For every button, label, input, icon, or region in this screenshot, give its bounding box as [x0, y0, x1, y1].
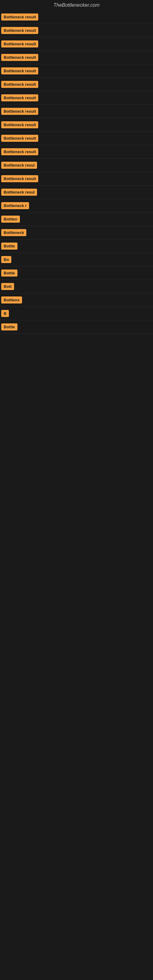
list-item[interactable]: Bottlens	[0, 293, 153, 307]
list-item[interactable]: Bottleneck result	[0, 37, 153, 51]
list-item[interactable]: Bottleneck result	[0, 64, 153, 78]
bottleneck-result-badge[interactable]: Bottleneck result	[1, 108, 38, 115]
list-item[interactable]: Bottleneck result	[0, 10, 153, 24]
list-item[interactable]: Bott	[0, 280, 153, 293]
list-item[interactable]: Bottleneck result	[0, 24, 153, 37]
list-item[interactable]: Bottleneck	[0, 226, 153, 240]
list-item[interactable]: Bottleneck result	[0, 78, 153, 91]
bottleneck-result-badge[interactable]: Bottleneck result	[1, 135, 38, 142]
bottleneck-result-badge[interactable]: Bottleneck r	[1, 202, 29, 209]
bottleneck-result-badge[interactable]: Bottleneck resul	[1, 189, 37, 196]
bottleneck-result-badge[interactable]: Bottle	[1, 269, 18, 277]
list-item[interactable]: Bottle	[0, 320, 153, 334]
page-header: TheBottlenecker.com	[0, 0, 153, 10]
list-item[interactable]: Bottleneck result	[0, 172, 153, 186]
list-item[interactable]: Bottleneck result	[0, 91, 153, 105]
list-item[interactable]: Bottleneck result	[0, 105, 153, 118]
rows-container: Bottleneck resultBottleneck resultBottle…	[0, 10, 153, 334]
list-item[interactable]: Bottleneck result	[0, 118, 153, 132]
bottleneck-result-badge[interactable]: B	[1, 310, 9, 317]
bottleneck-result-badge[interactable]: Bottleneck result	[1, 13, 38, 21]
bottleneck-result-badge[interactable]: Bott	[1, 283, 14, 290]
bottleneck-result-badge[interactable]: Bottleneck result	[1, 40, 38, 48]
list-item[interactable]: Bottlen	[0, 213, 153, 226]
bottleneck-result-badge[interactable]: Bottleneck result	[1, 121, 38, 128]
bottleneck-result-badge[interactable]: Bottleneck result	[1, 175, 38, 182]
list-item[interactable]: Bottleneck result	[0, 145, 153, 159]
bottleneck-result-badge[interactable]: Bottle	[1, 243, 18, 250]
list-item[interactable]: Bottleneck result	[0, 51, 153, 64]
site-title: TheBottlenecker.com	[0, 0, 153, 10]
bottleneck-result-badge[interactable]: Bottlens	[1, 296, 22, 304]
bottleneck-result-badge[interactable]: Bottleneck result	[1, 54, 38, 61]
bottleneck-result-badge[interactable]: Bo	[1, 256, 11, 263]
bottleneck-result-badge[interactable]: Bottle	[1, 323, 18, 331]
list-item[interactable]: B	[0, 307, 153, 320]
list-item[interactable]: Bottle	[0, 266, 153, 280]
bottleneck-result-badge[interactable]: Bottleneck result	[1, 94, 38, 101]
bottleneck-result-badge[interactable]: Bottleneck result	[1, 67, 38, 75]
list-item[interactable]: Bottleneck resul	[0, 159, 153, 172]
list-item[interactable]: Bottleneck result	[0, 132, 153, 145]
list-item[interactable]: Bo	[0, 253, 153, 266]
bottleneck-result-badge[interactable]: Bottleneck result	[1, 148, 38, 155]
bottleneck-result-badge[interactable]: Bottleneck result	[1, 27, 38, 34]
list-item[interactable]: Bottleneck r	[0, 199, 153, 213]
bottleneck-result-badge[interactable]: Bottleneck result	[1, 81, 38, 88]
list-item[interactable]: Bottle	[0, 240, 153, 253]
list-item[interactable]: Bottleneck resul	[0, 186, 153, 199]
bottleneck-result-badge[interactable]: Bottleneck	[1, 229, 26, 236]
bottleneck-result-badge[interactable]: Bottleneck resul	[1, 162, 37, 169]
bottleneck-result-badge[interactable]: Bottlen	[1, 216, 20, 223]
